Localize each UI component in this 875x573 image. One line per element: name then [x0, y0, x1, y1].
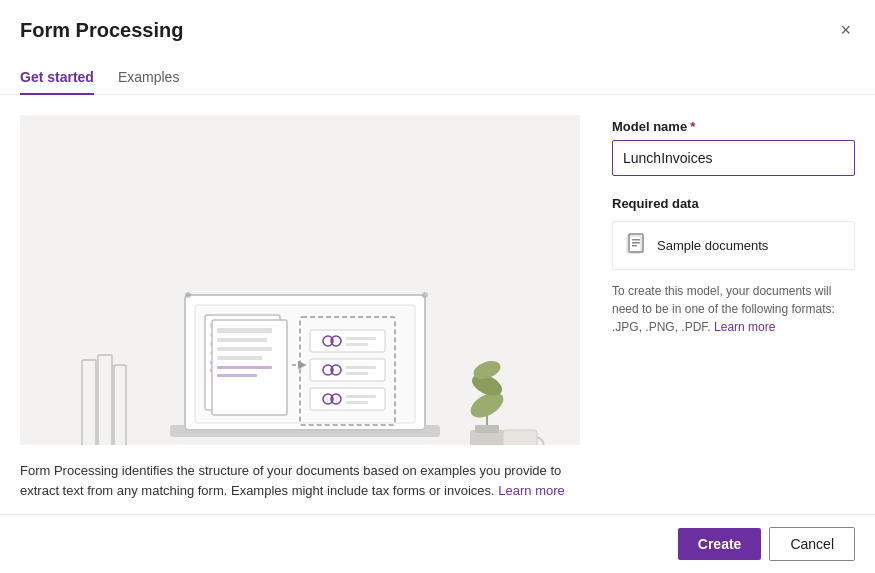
dialog-header: Form Processing ×: [0, 0, 875, 45]
tab-bar: Get started Examples: [0, 53, 875, 95]
close-icon: ×: [840, 20, 851, 41]
left-panel: Form Processing identifies the structure…: [20, 115, 580, 498]
model-name-label: Model name*: [612, 119, 855, 134]
svg-rect-21: [217, 374, 257, 377]
dialog-title: Form Processing: [20, 19, 183, 42]
required-data-label: Required data: [612, 196, 855, 211]
sample-documents-item: Sample documents: [612, 221, 855, 270]
illustration-container: [20, 115, 580, 445]
model-name-input[interactable]: [612, 140, 855, 176]
form-processing-dialog: Form Processing × Get started Examples: [0, 0, 875, 573]
illustration-svg: [20, 115, 580, 445]
svg-rect-34: [346, 372, 368, 375]
document-icon: [625, 232, 647, 259]
right-panel: Model name* Required data Sample docum: [612, 115, 855, 498]
svg-rect-50: [503, 430, 537, 445]
svg-rect-23: [310, 330, 385, 352]
tab-get-started[interactable]: Get started: [20, 61, 94, 95]
required-star: *: [690, 119, 695, 134]
cancel-button[interactable]: Cancel: [769, 527, 855, 561]
svg-point-41: [185, 292, 191, 298]
svg-rect-40: [346, 401, 368, 404]
tab-examples[interactable]: Examples: [118, 61, 179, 95]
svg-rect-27: [346, 337, 376, 340]
close-button[interactable]: ×: [836, 16, 855, 45]
info-text: To create this model, your documents wil…: [612, 282, 855, 336]
description-text: Form Processing identifies the structure…: [20, 461, 580, 500]
dialog-body: Form Processing identifies the structure…: [0, 95, 875, 514]
svg-rect-19: [217, 356, 262, 360]
learn-more-link-bottom[interactable]: Learn more: [498, 483, 564, 498]
svg-rect-35: [310, 388, 385, 410]
svg-rect-29: [310, 359, 385, 381]
svg-rect-39: [346, 395, 376, 398]
svg-rect-28: [346, 343, 368, 346]
svg-rect-18: [217, 347, 272, 351]
svg-rect-17: [217, 338, 267, 342]
svg-rect-52: [632, 239, 640, 241]
svg-rect-53: [632, 242, 640, 244]
svg-rect-16: [217, 328, 272, 333]
sample-documents-text: Sample documents: [657, 238, 768, 253]
learn-more-link-right[interactable]: Learn more: [714, 320, 775, 334]
svg-point-42: [422, 292, 428, 298]
svg-rect-44: [475, 425, 499, 433]
svg-rect-33: [346, 366, 376, 369]
dialog-footer: Create Cancel: [0, 514, 875, 573]
create-button[interactable]: Create: [678, 528, 762, 560]
svg-rect-20: [217, 366, 272, 369]
svg-rect-54: [632, 245, 637, 247]
